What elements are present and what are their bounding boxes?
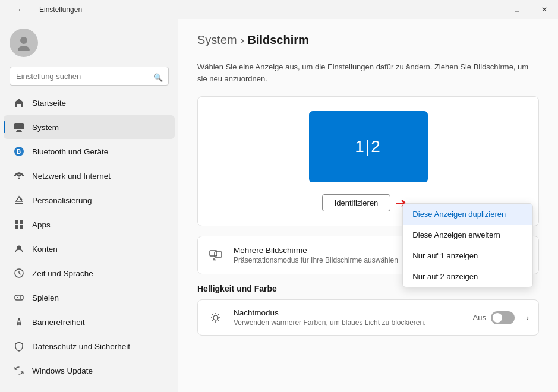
minimize-button[interactable]: — <box>476 0 503 19</box>
svg-rect-2 <box>14 123 24 129</box>
datenschutz-icon <box>13 340 25 352</box>
monitor-label: 1|2 <box>355 137 381 156</box>
sidebar-label-windows-update: Windows Update <box>32 366 93 375</box>
svg-line-34 <box>212 314 213 315</box>
svg-rect-13 <box>15 225 18 229</box>
breadcrumb-parent: System <box>197 33 237 46</box>
display-section: 1|2 Identifizieren ➜ Diese Anzeigen dupl… <box>197 96 539 226</box>
spielen-icon <box>13 292 25 304</box>
svg-line-35 <box>218 320 219 321</box>
sidebar-item-konten[interactable]: Konten <box>4 237 175 261</box>
app-title: Einstellungen <box>39 5 82 14</box>
nachtmodus-toggle[interactable] <box>491 311 515 324</box>
bluetooth-icon: B <box>13 146 25 157</box>
svg-rect-19 <box>15 295 23 300</box>
sidebar-item-spielen[interactable]: Spielen <box>4 286 175 309</box>
close-button[interactable]: ✕ <box>531 0 558 19</box>
monitor-icon <box>207 249 224 262</box>
network-icon <box>13 170 25 182</box>
sidebar-item-apps[interactable]: Apps <box>4 213 175 236</box>
sidebar-label-bluetooth: Bluetooth und Geräte <box>32 147 108 156</box>
sidebar-item-system[interactable]: System <box>4 115 175 139</box>
avatar <box>10 29 38 57</box>
titlebar-controls: — □ ✕ <box>476 0 558 19</box>
search-container: 🔍 <box>0 64 178 90</box>
identify-button[interactable]: Identifizieren <box>322 194 391 211</box>
nachtmodus-desc: Verwenden wärmerer Farben, um blaues Lic… <box>234 318 464 327</box>
system-icon <box>13 121 25 133</box>
svg-line-36 <box>218 314 219 315</box>
sidebar-label-spielen: Spielen <box>32 293 59 302</box>
nachtmodus-text: Nachtmodus Verwenden wärmerer Farben, um… <box>234 308 464 327</box>
back-button[interactable]: ← <box>7 0 34 19</box>
sidebar-item-zeit[interactable]: Zeit und Sprache <box>4 261 175 285</box>
sun-icon <box>207 312 224 324</box>
svg-line-37 <box>212 320 213 321</box>
titlebar: ← Einstellungen — □ ✕ <box>0 0 558 19</box>
breadcrumb-separator: › <box>240 33 247 46</box>
sidebar-item-datenschutz[interactable]: Datenschutz und Sicherheit <box>4 334 175 358</box>
sidebar-label-startseite: Startseite <box>32 99 66 108</box>
breadcrumb: System › Bildschirm <box>197 33 539 47</box>
app-container: 🔍 Startseite System <box>0 19 558 392</box>
sidebar-nav: Startseite System B <box>0 90 178 387</box>
monitor-display: 1|2 <box>309 111 428 182</box>
home-icon <box>13 97 25 109</box>
svg-rect-12 <box>20 220 23 224</box>
sidebar-item-netzwerk[interactable]: Netzwerk und Internet <box>4 164 175 188</box>
svg-point-22 <box>20 296 21 298</box>
maximize-button[interactable]: □ <box>503 0 531 19</box>
nachtmodus-toggle-area: Aus <box>473 311 515 324</box>
display-preview: 1|2 <box>212 111 524 182</box>
sidebar-user <box>0 19 178 64</box>
svg-line-18 <box>19 273 21 274</box>
sidebar-item-barrierefreiheit[interactable]: Barrierefreiheit <box>4 310 175 334</box>
personalisierung-icon <box>13 194 25 206</box>
nachtmodus-row[interactable]: Nachtmodus Verwenden wärmerer Farben, um… <box>197 299 539 336</box>
dropdown-item-1[interactable]: Diese Anzeigen erweitern <box>403 225 532 245</box>
main-content: System › Bildschirm Wählen Sie eine Anze… <box>178 19 558 392</box>
svg-point-1 <box>18 46 30 51</box>
sidebar-label-datenschutz: Datenschutz und Sicherheit <box>32 342 130 351</box>
sidebar-label-barrierefreiheit: Barrierefreiheit <box>32 318 85 327</box>
search-icon: 🔍 <box>153 73 163 82</box>
barrierefreiheit-icon <box>13 316 25 328</box>
konten-icon <box>13 243 25 255</box>
sidebar-label-zeit: Zeit und Sprache <box>32 269 93 278</box>
search-input[interactable] <box>10 67 169 86</box>
dropdown-menu: Diese Anzeigen duplizieren Diese Anzeige… <box>402 203 533 287</box>
svg-rect-3 <box>17 130 21 131</box>
nachtmodus-title: Nachtmodus <box>234 308 464 317</box>
page-description: Wählen Sie eine Anzeige aus, um die Eins… <box>197 61 539 84</box>
breadcrumb-current: Bildschirm <box>247 33 308 46</box>
zeit-icon <box>13 267 25 279</box>
apps-icon <box>13 219 25 230</box>
svg-point-29 <box>213 315 218 320</box>
svg-rect-4 <box>16 131 22 132</box>
svg-rect-14 <box>20 225 23 229</box>
svg-rect-11 <box>15 220 18 224</box>
svg-point-8 <box>18 178 20 179</box>
sidebar-item-startseite[interactable]: Startseite <box>4 91 175 115</box>
titlebar-left: ← Einstellungen <box>7 0 82 19</box>
dropdown-item-2[interactable]: Nur auf 1 anzeigen <box>403 245 532 266</box>
display-controls: Identifizieren ➜ Diese Anzeigen duplizie… <box>212 194 524 211</box>
svg-point-0 <box>20 37 27 44</box>
sidebar-item-personalisierung[interactable]: Personalisierung <box>4 188 175 212</box>
svg-point-24 <box>18 318 20 320</box>
sidebar-item-bluetooth[interactable]: B Bluetooth und Geräte <box>4 140 175 163</box>
sidebar-label-apps: Apps <box>32 220 51 229</box>
windows-update-icon <box>13 365 25 377</box>
svg-rect-9 <box>15 203 23 204</box>
svg-point-23 <box>20 298 21 299</box>
sidebar-label-personalisierung: Personalisierung <box>32 196 92 205</box>
sidebar-label-netzwerk: Netzwerk und Internet <box>32 172 111 181</box>
dropdown-item-3[interactable]: Nur auf 2 anzeigen <box>403 266 532 287</box>
nachtmodus-chevron-icon: › <box>527 314 529 322</box>
sidebar-item-windows-update[interactable]: Windows Update <box>4 359 175 382</box>
sidebar-label-system: System <box>32 123 59 132</box>
dropdown-item-0[interactable]: Diese Anzeigen duplizieren <box>403 204 532 225</box>
svg-text:B: B <box>17 148 21 155</box>
sidebar: 🔍 Startseite System <box>0 19 178 392</box>
sidebar-label-konten: Konten <box>32 245 58 254</box>
